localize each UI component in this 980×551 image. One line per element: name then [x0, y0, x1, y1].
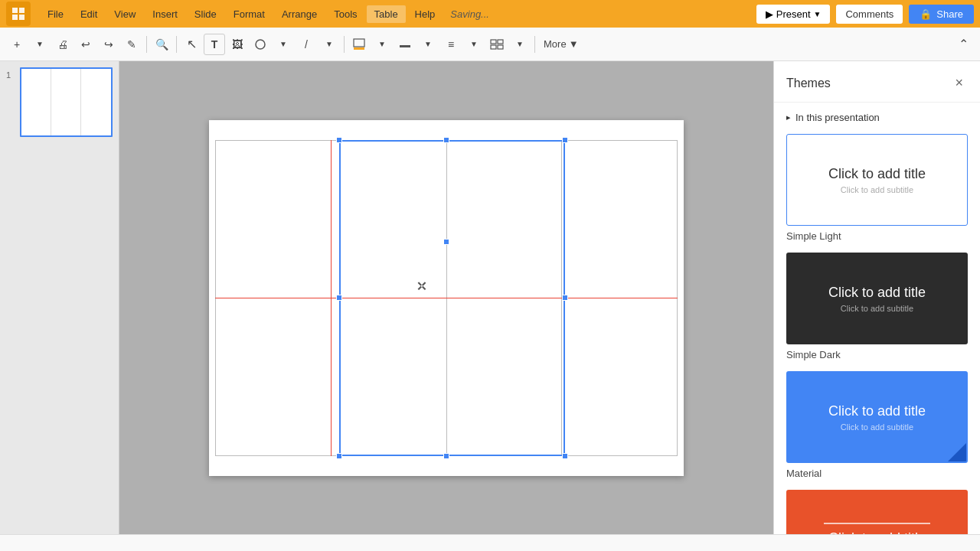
svg-rect-3 [19, 15, 24, 20]
toolbar-redo-btn[interactable]: ↪ [98, 34, 119, 55]
theme-thumbnail-simple-light[interactable]: Click to add title Click to add subtitle [786, 134, 968, 226]
svg-rect-5 [354, 39, 364, 47]
theme-thumbnail-simple-dark[interactable]: Click to add title Click to add subtitle [786, 253, 968, 344]
title-bar: File Edit View Insert Slide Format Arran… [0, 0, 980, 28]
toolbar-line-btn[interactable]: / [296, 34, 317, 55]
share-label: Share [936, 8, 963, 20]
toolbar-fill-btn[interactable] [348, 34, 370, 55]
handle-top-center[interactable] [443, 239, 449, 245]
toolbar-zoom-btn[interactable]: 🔍 [151, 34, 172, 55]
toolbar-align-btn[interactable]: ≡ [440, 34, 462, 55]
theme-simple-light-subtitle: Click to add subtitle [841, 185, 913, 194]
slide-1-container: 1 [6, 67, 113, 137]
theme-name-material: Material [786, 468, 968, 479]
resize-line-v1 [331, 140, 332, 456]
toolbar-sep-4 [534, 36, 535, 53]
handle-top-left[interactable] [336, 137, 342, 143]
menu-slide[interactable]: Slide [187, 5, 224, 23]
table-cell-1-3[interactable] [446, 140, 562, 298]
slide-thumb-col-1 [21, 69, 51, 135]
table-cell-2-4[interactable] [562, 298, 678, 455]
toolbar-add-dropdown[interactable]: ▼ [29, 34, 51, 55]
menu-tools[interactable]: Tools [326, 5, 364, 23]
table-cell-2-2[interactable] [331, 298, 446, 455]
sel-border-top [339, 140, 565, 142]
toolbar-align-dropdown[interactable]: ▼ [463, 34, 485, 55]
menu-insert[interactable]: Insert [145, 5, 185, 23]
in-this-presentation[interactable]: In this presentation [786, 112, 968, 123]
handle-mid-left[interactable] [336, 295, 342, 301]
toolbar-collapse-btn[interactable]: ⌃ [952, 34, 974, 55]
toolbar-add-btn[interactable]: + [6, 34, 28, 55]
table-cell-1-2[interactable] [331, 140, 446, 298]
present-button[interactable]: ▶ Present ▼ [756, 5, 831, 24]
toolbar-cursor-btn[interactable]: ↖ [181, 34, 202, 55]
toolbar-fill-dropdown[interactable]: ▼ [371, 34, 393, 55]
toolbar-paint-btn[interactable]: ✎ [121, 34, 142, 55]
toolbar-more-btn[interactable]: More ▼ [539, 36, 583, 52]
slide-thumb-col-2 [51, 69, 81, 135]
table-row-2 [216, 298, 678, 455]
toolbar-border-btn[interactable] [394, 34, 416, 55]
menu-view[interactable]: View [106, 5, 143, 23]
table-cell-2-1[interactable] [216, 298, 332, 455]
toolbar-print-btn[interactable]: 🖨 [52, 34, 74, 55]
toolbar-shape-btn[interactable] [250, 34, 271, 55]
svg-point-4 [256, 40, 265, 49]
table-cell-1-1[interactable] [216, 140, 332, 298]
handle-bot-mid[interactable] [443, 453, 449, 459]
slide-thumbnail-1[interactable] [20, 67, 113, 137]
table-row-1 [216, 140, 678, 298]
present-play-icon: ▶ [766, 8, 773, 20]
theme-material-subtitle: Click to add subtitle [841, 422, 913, 432]
toolbar-border-dropdown[interactable]: ▼ [417, 34, 439, 55]
table-cell-1-4[interactable] [562, 140, 678, 298]
theme-simple-light-title: Click to add title [828, 166, 926, 182]
toolbar-shape-dropdown[interactable]: ▼ [273, 34, 294, 55]
toolbar-sep-2 [176, 36, 177, 53]
theme-item-simple-light: Click to add title Click to add subtitle… [786, 134, 968, 242]
table-selection-wrapper: ✛ [215, 140, 678, 456]
slide-canvas: ✛ [209, 120, 684, 476]
theme-simple-dark-title: Click to add title [828, 285, 926, 301]
canvas-area[interactable]: ✛ [119, 61, 773, 534]
svg-rect-1 [19, 8, 24, 13]
toolbar-image-btn[interactable]: 🖼 [227, 34, 248, 55]
comments-button[interactable]: Comments [836, 5, 903, 24]
menu-help[interactable]: Help [407, 5, 443, 23]
handle-bot-left[interactable] [336, 453, 342, 459]
menu-format[interactable]: Format [226, 5, 273, 23]
themes-title: Themes [786, 77, 831, 90]
toolbar-text-btn[interactable]: T [204, 34, 225, 55]
toolbar-layout-btn[interactable] [486, 34, 508, 55]
share-button[interactable]: 🔒 Share [909, 5, 974, 24]
theme-material-title: Click to add title [828, 403, 926, 419]
menu-bar: File Edit View Insert Slide Format Arran… [40, 5, 756, 23]
table-cell-2-3[interactable] [446, 298, 562, 455]
menu-table[interactable]: Table [367, 5, 406, 23]
toolbar-line-dropdown[interactable]: ▼ [318, 34, 340, 55]
theme-item-material: Click to add title Click to add subtitle… [786, 371, 968, 479]
svg-rect-6 [354, 47, 364, 50]
handle-bot-right-sel[interactable] [562, 453, 568, 459]
svg-rect-9 [498, 40, 503, 44]
handle-mid-right[interactable] [562, 295, 568, 301]
bottom-bar [0, 534, 980, 551]
toolbar-sep-3 [344, 36, 345, 53]
menu-edit[interactable]: Edit [73, 5, 105, 23]
toolbar-undo-btn[interactable]: ↩ [75, 34, 96, 55]
svg-rect-7 [400, 45, 410, 47]
handle-top-right-sel[interactable] [562, 137, 568, 143]
theme-name-simple-light: Simple Light [786, 230, 968, 242]
svg-rect-2 [12, 15, 18, 20]
menu-arrange[interactable]: Arrange [274, 5, 325, 23]
present-label: Present [776, 8, 811, 20]
theme-thumbnail-material[interactable]: Click to add title Click to add subtitle [786, 371, 968, 463]
resize-line-h [215, 298, 678, 298]
theme-thumbnail-coral[interactable]: Click to add title [786, 490, 968, 534]
toolbar-layout-dropdown[interactable]: ▼ [509, 34, 531, 55]
more-label: More [544, 38, 567, 50]
menu-file[interactable]: File [40, 5, 71, 23]
themes-close-button[interactable]: × [950, 73, 968, 93]
handle-top-mid[interactable] [443, 137, 449, 143]
